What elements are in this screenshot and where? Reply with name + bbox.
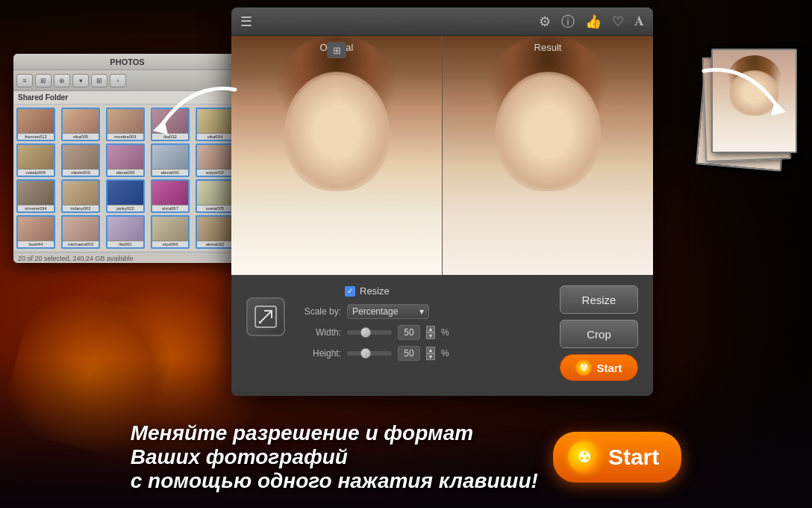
list-item[interactable]: nataly009	[16, 143, 55, 177]
height-stepper[interactable]: ▲ ▼	[426, 347, 435, 360]
list-item[interactable]: elena002	[196, 215, 234, 249]
russian-line2: Ваших фотографий	[131, 445, 538, 469]
list-item[interactable]: elena003	[106, 143, 145, 177]
height-decrement[interactable]: ▼	[426, 353, 435, 360]
list-item[interactable]: lisa044	[16, 215, 55, 249]
russian-line1: Меняйте разрешение и формат	[131, 421, 538, 445]
arrow-right	[696, 56, 793, 131]
list-item[interactable]: olya006	[151, 215, 190, 249]
width-row: Width: ▲ ▼ %	[300, 325, 545, 340]
width-stepper[interactable]: ▲ ▼	[426, 326, 435, 339]
start-button-small[interactable]: ☢ Start	[560, 354, 638, 381]
list-item[interactable]: michaela003	[61, 215, 100, 249]
russian-line3: с помощью одного нажатия клавиши!	[131, 469, 538, 493]
photos-titlebar: PHOTOS	[13, 54, 241, 70]
toolbar-btn-6[interactable]: ›	[110, 74, 126, 87]
info-icon[interactable]: ⓘ	[561, 13, 575, 31]
toolbar-btn-2[interactable]: ⊞	[35, 74, 51, 87]
scale-label: Scale by:	[300, 306, 341, 317]
crop-button[interactable]: Crop	[560, 320, 638, 348]
height-input[interactable]	[398, 346, 420, 361]
resize-checkbox[interactable]	[345, 286, 355, 297]
resize-checkbox-row: Resize	[345, 285, 545, 297]
preview-area: Original ⊞ Result	[231, 36, 653, 275]
font-icon[interactable]: 𝐀	[634, 13, 644, 29]
photos-status: 20 of 20 selected, 240,24 GB available	[13, 252, 241, 263]
thumbsup-icon[interactable]: 👍	[585, 13, 602, 30]
action-buttons: Resize Crop ☢ Start	[560, 285, 638, 381]
list-item[interactable]: frances012	[16, 108, 55, 141]
height-label: Height:	[300, 348, 341, 359]
width-increment[interactable]: ▲	[426, 326, 435, 332]
controls-form: Resize Scale by: Percentage ▾ Width: ▲ ▼	[300, 285, 545, 367]
width-percent: %	[441, 327, 449, 338]
app-titlebar: ☰ ⚙ ⓘ 👍 ♡ 𝐀	[231, 7, 653, 36]
result-panel: Result	[443, 36, 653, 275]
nuclear-icon-small: ☢	[575, 359, 592, 376]
list-item[interactable]: sveta005	[196, 179, 234, 213]
width-label: Width:	[300, 327, 341, 338]
toolbar-btn-1[interactable]: ≡	[16, 74, 33, 87]
bottom-area: Меняйте разрешение и формат Ваших фотогр…	[0, 421, 812, 493]
photos-title: PHOTOS	[110, 58, 144, 66]
toolbar-btn-5[interactable]: ⊞	[91, 74, 107, 87]
list-item[interactable]: nikole003	[61, 143, 100, 177]
list-item[interactable]: lila002	[106, 215, 145, 249]
heart-icon[interactable]: ♡	[612, 13, 624, 30]
start-button-big[interactable]: ☢ Start	[553, 432, 681, 483]
width-input[interactable]	[398, 325, 420, 340]
scale-dropdown[interactable]: Percentage ▾	[347, 304, 429, 319]
width-slider[interactable]	[347, 330, 392, 335]
menu-icon[interactable]: ☰	[240, 13, 252, 30]
scale-row: Scale by: Percentage ▾	[300, 304, 545, 319]
titlebar-icons: ⚙ ⓘ 👍 ♡ 𝐀	[539, 13, 644, 31]
list-item[interactable]: vika005	[61, 108, 100, 141]
settings-icon[interactable]: ⚙	[539, 13, 551, 30]
start-label-big: Start	[608, 444, 659, 470]
height-increment[interactable]: ▲	[426, 347, 435, 353]
nuclear-icon-big: ☢	[568, 441, 601, 474]
height-row: Height: ▲ ▼ %	[300, 346, 545, 361]
result-photo	[443, 36, 653, 275]
toolbar-btn-3[interactable]: ⊕	[54, 74, 70, 87]
result-label: Result	[534, 42, 562, 53]
list-item[interactable]: simone034	[16, 179, 55, 213]
original-photo	[231, 36, 442, 275]
original-panel: Original ⊞	[231, 36, 442, 275]
toolbar-btn-4[interactable]: ▾	[72, 74, 89, 87]
arrow-left	[146, 75, 243, 149]
resize-button[interactable]: Resize	[560, 285, 638, 314]
controls-area: Resize Scale by: Percentage ▾ Width: ▲ ▼	[231, 275, 653, 391]
height-percent: %	[441, 348, 449, 359]
resize-mode-button[interactable]	[246, 297, 285, 336]
russian-text: Меняйте разрешение и формат Ваших фотогр…	[131, 421, 538, 493]
resize-checkbox-label: Resize	[360, 285, 390, 297]
list-item[interactable]: milany002	[61, 179, 100, 213]
height-slider[interactable]	[347, 351, 392, 356]
start-label-small: Start	[596, 362, 622, 374]
list-item[interactable]: sivia067	[151, 179, 190, 213]
width-decrement[interactable]: ▼	[426, 332, 435, 339]
split-view-icon[interactable]: ⊞	[327, 42, 346, 58]
list-item[interactable]: jacky022	[106, 179, 145, 213]
app-window: ☰ ⚙ ⓘ 👍 ♡ 𝐀 Original ⊞ Result	[231, 7, 653, 396]
list-item[interactable]: monika003	[106, 108, 145, 141]
